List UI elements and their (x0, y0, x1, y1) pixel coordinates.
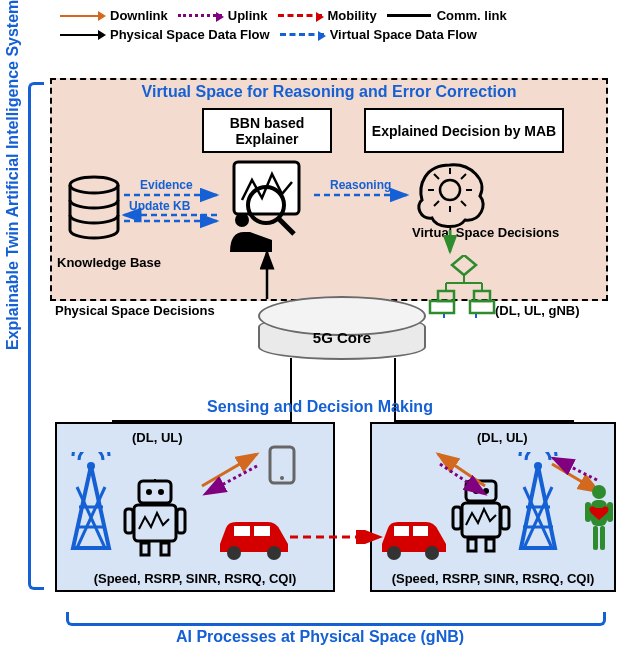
bbn-explainer-box: BBN based Explainer (202, 108, 332, 153)
legend-label: Virtual Space Data Flow (330, 27, 477, 42)
svg-rect-42 (134, 505, 176, 541)
svg-rect-37 (139, 481, 171, 503)
physical-cell-right: (DL, UL) (370, 422, 616, 592)
bbn-label: BBN based Explainer (204, 115, 330, 147)
svg-point-5 (440, 180, 460, 200)
arrow-icon (178, 14, 222, 17)
bottom-title: AI Processes at Physical Space (gNB) (0, 628, 640, 646)
svg-line-3 (278, 218, 294, 234)
mab-label: Explained Decision by MAB (372, 123, 556, 139)
legend-physflow: Physical Space Data Flow (60, 27, 270, 42)
svg-line-11 (461, 174, 466, 179)
virtual-space-panel: Virtual Space for Reasoning and Error Co… (50, 78, 608, 301)
dl-ul-label: (DL, UL) (132, 430, 183, 445)
dl-ul-label: (DL, UL) (477, 430, 528, 445)
svg-rect-79 (585, 502, 591, 522)
legend-downlink: Downlink (60, 8, 168, 23)
car-icon (212, 516, 297, 561)
params-label: (Speed, RSRP, SINR, RSRQ, CQI) (372, 571, 614, 586)
line-icon (387, 14, 431, 17)
svg-line-12 (434, 201, 439, 206)
evidence-label: Evidence (140, 178, 193, 192)
svg-rect-45 (141, 543, 149, 555)
virtual-decisions-label: Virtual Space Decisions (412, 225, 559, 240)
magnifier-person-icon (224, 160, 314, 259)
svg-rect-56 (413, 526, 428, 536)
legend-label: Physical Space Data Flow (110, 27, 270, 42)
legend-label: Comm. link (437, 8, 507, 23)
svg-point-38 (146, 489, 152, 495)
legend-commlink: Comm. link (387, 8, 507, 23)
legend-virtflow: Virtual Space Data Flow (280, 27, 477, 42)
vertical-title: Explainable Twin Artificial Intelligence… (4, 0, 22, 350)
svg-point-58 (425, 546, 439, 560)
arrow-icon (278, 14, 322, 17)
svg-rect-63 (453, 507, 461, 529)
svg-rect-28 (470, 301, 494, 313)
database-icon (67, 175, 122, 249)
svg-rect-55 (394, 526, 409, 536)
svg-rect-80 (607, 502, 613, 522)
svg-rect-43 (125, 509, 133, 533)
svg-rect-81 (593, 526, 598, 550)
svg-point-39 (158, 489, 164, 495)
svg-rect-44 (177, 509, 185, 533)
physical-cell-left: (DL, UL) (55, 422, 335, 592)
knowledge-base-label: Knowledge Base (57, 255, 161, 270)
human-heart-icon (582, 484, 616, 554)
legend-uplink: Uplink (178, 8, 268, 23)
svg-rect-82 (600, 526, 605, 550)
smartphone-icon (267, 444, 297, 486)
svg-rect-66 (486, 539, 494, 551)
5g-core: 5G Core (258, 314, 426, 360)
mobility-arrow (288, 530, 388, 544)
legend-label: Downlink (110, 8, 168, 23)
svg-point-77 (592, 485, 606, 499)
svg-rect-52 (254, 526, 270, 536)
svg-point-4 (235, 213, 249, 227)
legend-label: Mobility (328, 8, 377, 23)
link-arrows (430, 446, 500, 496)
svg-line-13 (461, 201, 466, 206)
physical-decisions-label: Physical Space Decisions (55, 303, 215, 318)
svg-point-54 (267, 546, 281, 560)
params-label: (Speed, RSRP, SINR, RSRQ, CQI) (57, 571, 333, 586)
link-arrows (197, 446, 277, 496)
svg-marker-14 (452, 255, 476, 275)
cell-tower-icon (63, 452, 119, 552)
legend-mobility: Mobility (278, 8, 377, 23)
mab-decision-box: Explained Decision by MAB (364, 108, 564, 153)
legend: Downlink Uplink Mobility Comm. link Phys… (60, 8, 630, 46)
5g-core-label: 5G Core (313, 329, 371, 346)
svg-line-10 (434, 174, 439, 179)
svg-rect-46 (161, 543, 169, 555)
left-bracket-icon (28, 82, 44, 590)
svg-point-57 (387, 546, 401, 560)
arrow-icon (280, 33, 324, 36)
robot-icon (121, 479, 189, 557)
svg-rect-65 (468, 539, 476, 551)
svg-line-73 (438, 454, 485, 486)
arrow-icon (60, 15, 104, 17)
svg-point-50 (280, 476, 284, 480)
svg-point-53 (227, 546, 241, 560)
svg-rect-51 (234, 526, 250, 536)
physical-space-title: Sensing and Decision Making (0, 398, 640, 416)
arrow-icon (60, 34, 104, 36)
update-kb-label: Update KB (129, 199, 190, 213)
idea-brain-icon (410, 160, 490, 234)
reasoning-label: Reasoning (330, 178, 391, 192)
svg-rect-27 (430, 301, 454, 313)
svg-line-74 (440, 464, 485, 494)
virtual-space-title: Virtual Space for Reasoning and Error Co… (52, 83, 606, 101)
svg-point-0 (70, 177, 118, 193)
dl-ul-gnb-label: (DL, UL, gNB) (495, 303, 579, 318)
virtual-flow-down (420, 314, 490, 324)
svg-rect-64 (501, 507, 509, 529)
legend-label: Uplink (228, 8, 268, 23)
bottom-bracket-icon (66, 612, 606, 626)
